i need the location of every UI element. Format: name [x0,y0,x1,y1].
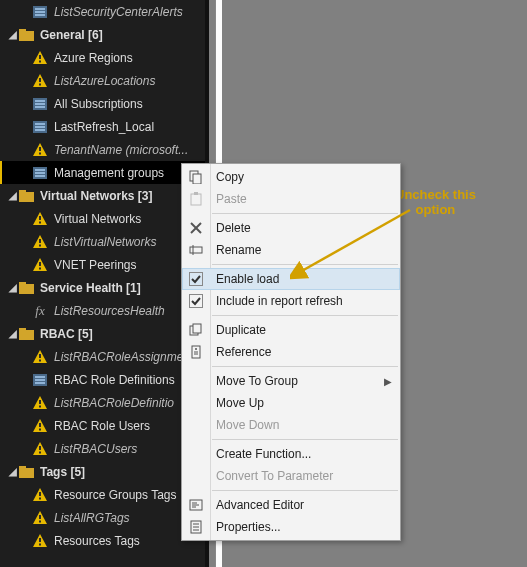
tree-folder[interactable]: ◢Virtual Networks [3] [0,184,205,207]
submenu-arrow-icon: ▶ [384,376,392,387]
warning-icon [32,211,48,227]
tree-item[interactable]: ListRBACRoleAssignme [0,345,205,368]
rename-icon [182,239,210,261]
warning-icon [32,50,48,66]
tree-item[interactable]: Resource Groups Tags [0,483,205,506]
tree-item[interactable]: ListVirtualNetworks [0,230,205,253]
menu-item-duplicate[interactable]: Duplicate [182,319,400,341]
svg-rect-57 [39,452,41,454]
tree-item-label: Resource Groups Tags [54,488,201,502]
menu-separator [212,366,398,367]
menu-item-move-to-group[interactable]: Move To Group▶ [182,370,400,392]
tree-item[interactable]: ListAllRGTags [0,506,205,529]
copy-icon [182,166,210,188]
menu-item-label: Move Down [216,418,279,432]
svg-rect-19 [35,129,45,131]
tree-folder-label: General [6] [40,28,201,42]
tree-item[interactable]: RBAC Role Definitions [0,368,205,391]
svg-rect-15 [35,106,45,108]
svg-rect-31 [39,222,41,224]
duplicate-icon [182,319,210,341]
tree-item[interactable]: TenantName (microsoft... [0,138,205,161]
menu-item-label: Rename [216,243,261,257]
tree-item-label: Management groups [54,166,201,180]
svg-rect-54 [39,429,41,431]
warning-icon [32,487,48,503]
menu-item-advanced-editor[interactable]: Advanced Editor [182,494,400,516]
checkbox-icon [182,268,210,290]
svg-rect-75 [190,247,202,253]
annotation-text: Uncheck this option [395,187,476,217]
svg-rect-26 [35,175,45,177]
svg-rect-21 [39,147,41,151]
tree-item[interactable]: All Subscriptions [0,92,205,115]
svg-rect-7 [39,55,41,59]
svg-rect-37 [39,268,41,270]
svg-rect-2 [35,11,45,13]
svg-rect-24 [35,169,45,171]
menu-item-copy[interactable]: Copy [182,166,400,188]
tree-item[interactable]: ListRBACRoleDefinitio [0,391,205,414]
tree-folder[interactable]: ◢Tags [5] [0,460,205,483]
menu-item-include-in-report-refresh[interactable]: Include in report refresh [182,290,400,312]
svg-rect-44 [39,360,41,362]
tree-item[interactable]: RBAC Role Users [0,414,205,437]
svg-rect-64 [39,515,41,519]
tree-item-label: ListAllRGTags [54,511,201,525]
tree-item-top[interactable]: ListSecurityCenterAlerts [0,0,205,23]
warning-icon [32,533,48,549]
tree-item[interactable]: ListRBACUsers [0,437,205,460]
menu-item-properties[interactable]: Properties... [182,516,400,538]
caret-down-icon: ◢ [8,466,18,477]
folder-icon [18,188,34,204]
tree-item[interactable]: Azure Regions [0,46,205,69]
svg-rect-47 [35,379,45,381]
editor-icon [182,494,210,516]
menu-item-paste: Paste [182,188,400,210]
menu-item-label: Convert To Parameter [216,469,333,483]
svg-rect-46 [35,376,45,378]
tree-item[interactable]: ListAzureLocations [0,69,205,92]
tree-folder-label: RBAC [5] [40,327,201,341]
tree-item[interactable]: LastRefresh_Local [0,115,205,138]
tree-item-label: ListRBACRoleDefinitio [54,396,201,410]
svg-rect-18 [35,126,45,128]
svg-rect-41 [19,328,26,332]
menu-item-label: Reference [216,345,271,359]
tree-item[interactable]: VNET Peerings [0,253,205,276]
table-icon [32,372,48,388]
tree-item[interactable]: Management groups [0,161,205,184]
svg-rect-48 [35,382,45,384]
tree-item-label: VNET Peerings [54,258,201,272]
folder-icon [18,326,34,342]
svg-rect-22 [39,153,41,155]
svg-rect-1 [35,8,45,10]
svg-rect-36 [39,262,41,266]
warning-icon [32,257,48,273]
warning-icon [32,234,48,250]
tree-folder-label: Tags [5] [40,465,201,479]
menu-separator [212,315,398,316]
tree-item-label: RBAC Role Users [54,419,201,433]
tree-item[interactable]: Virtual Networks [0,207,205,230]
svg-rect-77 [190,273,203,286]
menu-item-move-up[interactable]: Move Up [182,392,400,414]
tree-item[interactable]: Resources Tags [0,529,205,552]
svg-rect-65 [39,521,41,523]
tree-folder[interactable]: ◢RBAC [5] [0,322,205,345]
tree-item[interactable]: fxListResourcesHealth [0,299,205,322]
menu-item-rename[interactable]: Rename [182,239,400,261]
menu-item-create-function[interactable]: Create Function... [182,443,400,465]
menu-item-reference[interactable]: Reference [182,341,400,363]
menu-item-delete[interactable]: Delete [182,217,400,239]
menu-item-enable-load[interactable]: Enable load [182,268,400,290]
table-icon [32,4,48,20]
warning-icon [32,441,48,457]
properties-icon [182,516,210,538]
svg-rect-30 [39,216,41,220]
tree-folder[interactable]: ◢Service Health [1] [0,276,205,299]
svg-rect-62 [39,498,41,500]
svg-rect-28 [19,190,26,194]
tree-folder[interactable]: ◢General [6] [0,23,205,46]
svg-rect-39 [19,282,26,286]
